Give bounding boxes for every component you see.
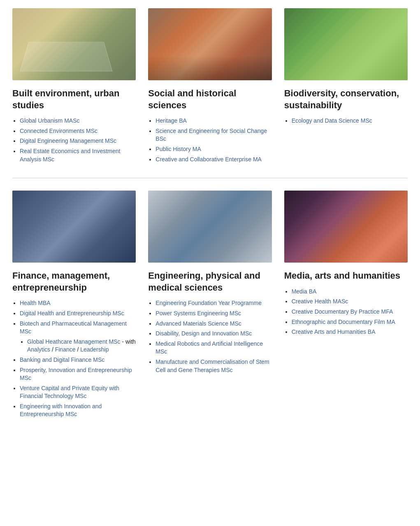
link-advanced-materials[interactable]: Advanced Materials Science MSc — [155, 320, 241, 327]
link-analytics[interactable]: Analytics — [27, 346, 50, 353]
list-item: Disability, Design and Innovation MSc — [155, 330, 271, 338]
category-list-finance: Health MBA Digital Health and Entreprene… — [12, 299, 136, 421]
link-prosperity-innovation[interactable]: Prosperity, Innovation and Entrepreneurs… — [20, 367, 132, 382]
list-item: Public History MA — [155, 145, 271, 154]
link-creative-arts-humanities[interactable]: Creative Arts and Humanities BA — [292, 328, 376, 335]
section-row-2: Finance, management, entrepreneurship He… — [12, 191, 408, 421]
link-media-ba[interactable]: Media BA — [292, 288, 317, 295]
link-creative-collaborative[interactable]: Creative and Collaborative Enterprise MA — [155, 156, 262, 163]
list-item: Media BA — [292, 288, 408, 296]
category-image-finance — [12, 191, 136, 263]
dash-separator: - — [122, 338, 125, 345]
category-list-social-historical: Heritage BA Science and Engineering for … — [148, 117, 271, 165]
list-item: Global Urbanism MASc — [20, 117, 136, 125]
list-item: Creative Arts and Humanities BA — [292, 328, 408, 336]
category-built-environment: Built environment, urban studies Global … — [12, 8, 136, 165]
list-item: Creative Health MASc — [292, 298, 408, 306]
grid-row-2: Finance, management, entrepreneurship He… — [12, 191, 408, 421]
link-banking-digital-finance[interactable]: Banking and Digital Finance MSc — [20, 356, 104, 363]
category-social-historical: Social and historical sciences Heritage … — [148, 8, 271, 165]
list-item: Digital Health and Entrepreneurship MSc — [20, 310, 136, 318]
category-finance-management: Finance, management, entrepreneurship He… — [12, 191, 136, 421]
link-digital-engineering[interactable]: Digital Engineering Management MSc — [20, 137, 116, 144]
category-list-built-environment: Global Urbanism MASc Connected Environme… — [12, 117, 136, 165]
category-image-engineering — [148, 191, 271, 263]
category-biodiversity: Biodiversity, conservation, sustainabili… — [284, 8, 408, 165]
link-creative-documentary[interactable]: Creative Documentary By Practice MFA — [292, 308, 393, 315]
link-manufacture-commercialisation[interactable]: Manufacture and Commercialisation of Ste… — [155, 358, 269, 373]
category-list-media-arts: Media BA Creative Health MASc Creative D… — [284, 288, 408, 338]
list-item: Connected Environments MSc — [20, 127, 136, 135]
with-label: with — [125, 338, 136, 345]
category-title-built-environment: Built environment, urban studies — [12, 88, 136, 111]
section-row-1: Built environment, urban studies Global … — [12, 8, 408, 165]
link-global-urbanism[interactable]: Global Urbanism MASc — [20, 117, 80, 124]
category-title-biodiversity: Biodiversity, conservation, sustainabili… — [284, 88, 408, 111]
category-image-social — [148, 8, 271, 80]
list-item: Biotech and Pharmaceutical Management MS… — [20, 320, 136, 336]
section-divider — [12, 178, 408, 178]
link-health-mba[interactable]: Health MBA — [20, 300, 51, 306]
list-item: Advanced Materials Science MSc — [155, 320, 271, 328]
link-medical-robotics[interactable]: Medical Robotics and Artificial Intellig… — [155, 340, 263, 355]
category-title-media-arts: Media, arts and humanities — [284, 270, 408, 282]
list-item: Ecology and Data Science MSc — [292, 117, 408, 125]
link-heritage[interactable]: Heritage BA — [155, 117, 186, 124]
list-item: Digital Engineering Management MSc — [20, 137, 136, 145]
link-ecology-data-science[interactable]: Ecology and Data Science MSc — [292, 117, 372, 124]
category-image-biodiversity — [284, 8, 408, 80]
list-item: Engineering with Innovation and Entrepre… — [20, 403, 136, 419]
grid-row-1: Built environment, urban studies Global … — [12, 8, 408, 165]
list-item: Prosperity, Innovation and Entrepreneurs… — [20, 366, 136, 382]
list-item: Health MBA — [20, 299, 136, 307]
link-disability-design[interactable]: Disability, Design and Innovation MSc — [155, 330, 252, 337]
list-item: Creative and Collaborative Enterprise MA — [155, 156, 271, 164]
category-list-biodiversity: Ecology and Data Science MSc — [284, 117, 408, 127]
link-venture-capital[interactable]: Venture Capital and Private Equity with … — [20, 385, 119, 400]
link-engineering-foundation[interactable]: Engineering Foundation Year Programme — [155, 300, 262, 306]
list-item: Power Systems Engineering MSc — [155, 310, 271, 318]
list-item: Science and Engineering for Social Chang… — [155, 127, 271, 143]
category-media-arts: Media, arts and humanities Media BA Crea… — [284, 191, 408, 421]
link-ethnographic-documentary[interactable]: Ethnographic and Documentary Film MA — [292, 319, 395, 325]
link-public-history[interactable]: Public History MA — [155, 146, 201, 152]
link-digital-health-entrepreneurship[interactable]: Digital Health and Entrepreneurship MSc — [20, 310, 124, 317]
list-item: Engineering Foundation Year Programme — [155, 299, 271, 307]
list-item-global-healthcare: Global Heathcare Management MSc - with A… — [27, 338, 136, 354]
list-item: Creative Documentary By Practice MFA — [292, 308, 408, 316]
link-global-healthcare[interactable]: Global Heathcare Management MSc — [27, 338, 120, 345]
category-image-urban — [12, 8, 136, 80]
list-item: Banking and Digital Finance MSc — [20, 356, 136, 364]
link-real-estate[interactable]: Real Estate Economics and Investment Ana… — [20, 148, 120, 163]
link-power-systems[interactable]: Power Systems Engineering MSc — [155, 310, 241, 317]
global-healthcare-item: Global Heathcare Management MSc - with A… — [27, 338, 136, 353]
category-title-social-historical: Social and historical sciences — [148, 88, 271, 111]
list-item: Medical Robotics and Artificial Intellig… — [155, 340, 271, 356]
category-image-media — [284, 191, 408, 263]
link-engineering-innovation[interactable]: Engineering with Innovation and Entrepre… — [20, 403, 102, 418]
list-item: Venture Capital and Private Equity with … — [20, 384, 136, 400]
category-title-finance: Finance, management, entrepreneurship — [12, 270, 136, 293]
list-item: Real Estate Economics and Investment Ana… — [20, 147, 136, 163]
link-creative-health[interactable]: Creative Health MASc — [292, 298, 348, 305]
category-engineering-physical: Engineering, physical and medical scienc… — [148, 191, 271, 421]
link-finance[interactable]: Finance — [55, 346, 76, 353]
link-science-engineering-social[interactable]: Science and Engineering for Social Chang… — [155, 128, 267, 142]
category-title-engineering: Engineering, physical and medical scienc… — [148, 270, 271, 293]
list-item: Ethnographic and Documentary Film MA — [292, 318, 408, 326]
link-leadership[interactable]: Leadership — [80, 346, 109, 353]
list-item: Heritage BA — [155, 117, 271, 125]
link-connected-environments[interactable]: Connected Environments MSc — [20, 128, 97, 134]
separator-1: / — [52, 346, 55, 353]
category-list-engineering: Engineering Foundation Year Programme Po… — [148, 299, 271, 376]
list-item: Manufacture and Commercialisation of Ste… — [155, 358, 271, 374]
link-biotech-pharmaceutical[interactable]: Biotech and Pharmaceutical Management MS… — [20, 320, 127, 335]
